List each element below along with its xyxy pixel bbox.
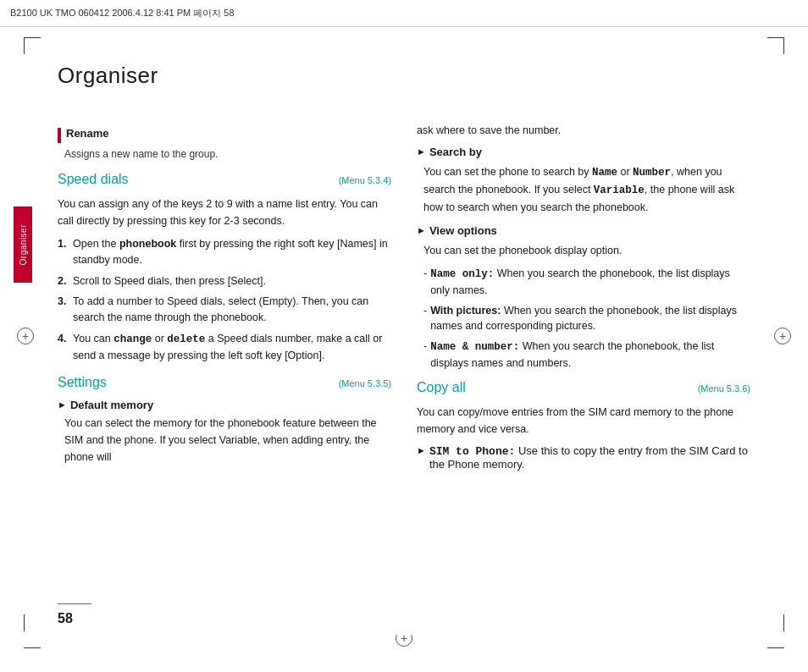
default-memory-label: Default memory	[70, 399, 153, 411]
right-column: ask where to save the number. ► Search b…	[417, 122, 750, 601]
left-column: Rename Assigns a new name to the group. …	[58, 122, 391, 601]
view-options-list: - Name only: When you search the phonebo…	[423, 266, 750, 372]
speed-dials-heading: Speed dials	[58, 172, 129, 187]
view-options-section: ► View options You can set the phonebook…	[417, 224, 750, 372]
copy-all-intro: You can copy/move entries from the SIM c…	[417, 404, 750, 438]
settings-section: Settings (Menu 5.3.5) ► Default memory Y…	[58, 375, 391, 465]
search-by-bullet: ► Search by	[417, 146, 750, 158]
header-text: B2100 UK TMO 060412 2006.4.12 8:41 PM 페이…	[10, 7, 235, 19]
search-by-label: Search by	[429, 146, 482, 158]
side-tab-text: Organiser	[19, 224, 28, 265]
numbered-item-4: 4. You can change or delete a Speed dial…	[58, 331, 391, 364]
header-bar: B2100 UK TMO 060412 2006.4.12 8:41 PM 페이…	[0, 0, 808, 27]
rename-bar	[58, 128, 61, 143]
default-memory-text: You can select the memory for the phoneb…	[64, 415, 391, 465]
settings-menu-ref: (Menu 5.3.5)	[339, 378, 391, 388]
page-number: 58	[58, 611, 73, 626]
search-by-arrow: ►	[417, 146, 426, 157]
numbered-item-3: 3. To add a number to Speed dials, selec…	[58, 294, 391, 326]
side-tab: Organiser	[14, 207, 32, 283]
copy-all-section: Copy all (Menu 5.3.6) You can copy/move …	[417, 380, 750, 471]
sim-to-phone-arrow: ►	[417, 445, 426, 455]
search-by-section: ► Search by You can set the phone to sea…	[417, 146, 750, 216]
view-option-name-number: - Name & number: When you search the pho…	[423, 339, 750, 372]
view-option-name-number-text: Name & number: When you search the phone…	[430, 339, 750, 372]
num-4: 4.	[58, 331, 73, 364]
view-option-name-only-text: Name only: When you search the phonebook…	[430, 266, 750, 299]
copy-all-menu-ref: (Menu 5.3.6)	[698, 383, 750, 394]
page-divider	[58, 603, 91, 604]
num-1-content: Open the phonebook first by pressing the…	[73, 236, 391, 268]
sim-to-phone-bullet: ► SIM to Phone: Use this to copy the ent…	[417, 444, 750, 471]
speed-dials-list: 1. Open the phonebook first by pressing …	[58, 236, 391, 363]
numbered-item-1: 1. Open the phonebook first by pressing …	[58, 236, 391, 268]
num-2-content: Scroll to Speed dials, then press [Selec…	[73, 273, 391, 289]
search-by-text: You can set the phone to search by Name …	[423, 163, 750, 216]
view-option-with-pictures-text: With pictures: When you search the phone…	[430, 303, 750, 335]
rename-section: Rename Assigns a new name to the group.	[58, 127, 391, 160]
crop-mark-tr-v	[783, 37, 784, 54]
default-memory-arrow: ►	[58, 399, 67, 410]
num-1: 1.	[58, 236, 73, 268]
sim-to-phone-text: SIM to Phone: Use this to copy the entry…	[429, 444, 750, 471]
reg-circle-left	[17, 328, 34, 344]
rename-desc: Assigns a new name to the group.	[64, 148, 391, 160]
sub-dash-2: -	[423, 303, 427, 335]
reg-circle-right	[774, 328, 791, 344]
copy-all-heading: Copy all	[417, 380, 466, 395]
view-option-with-pictures: - With pictures: When you search the pho…	[423, 303, 750, 335]
sub-dash-3: -	[423, 339, 427, 372]
speed-dials-menu-ref: (Menu 5.3.4)	[339, 175, 391, 185]
crop-mark-bl-v	[24, 614, 25, 631]
view-options-intro: You can set the phonebook display option…	[423, 242, 750, 259]
speed-dials-intro: You can assign any of the keys 2 to 9 wi…	[58, 196, 391, 229]
rename-label: Rename	[66, 127, 109, 140]
num-4-content: You can change or delete a Speed dials n…	[73, 331, 391, 364]
crop-mark-tr-h	[767, 37, 784, 38]
num-3: 3.	[58, 294, 73, 326]
crop-mark-bl-h	[24, 647, 41, 648]
two-column-layout: Rename Assigns a new name to the group. …	[58, 122, 750, 601]
num-3-content: To add a number to Speed dials, select (…	[73, 294, 391, 326]
rename-bullet: Rename	[58, 127, 391, 143]
sub-dash-1: -	[423, 266, 427, 299]
view-options-label: View options	[429, 224, 497, 237]
num-2: 2.	[58, 273, 73, 289]
settings-heading: Settings	[58, 375, 107, 390]
view-option-name-only: - Name only: When you search the phonebo…	[423, 266, 750, 299]
view-options-arrow: ►	[417, 225, 426, 235]
crop-mark-br-v	[783, 614, 784, 631]
page-title: Organiser	[58, 63, 158, 89]
crop-mark-tl-h	[24, 37, 41, 38]
view-options-bullet: ► View options	[417, 224, 750, 237]
crop-mark-tl-v	[24, 37, 25, 54]
page-container: B2100 UK TMO 060412 2006.4.12 8:41 PM 페이…	[0, 0, 808, 672]
numbered-item-2: 2. Scroll to Speed dials, then press [Se…	[58, 273, 391, 289]
default-memory-bullet: ► Default memory	[58, 399, 391, 411]
content-area: Organiser Organiser Rename Assigns a new…	[41, 37, 767, 635]
default-memory-cont: ask where to save the number.	[417, 122, 750, 139]
crop-mark-br-h	[767, 647, 784, 648]
speed-dials-section: Speed dials (Menu 5.3.4) You can assign …	[58, 172, 391, 363]
